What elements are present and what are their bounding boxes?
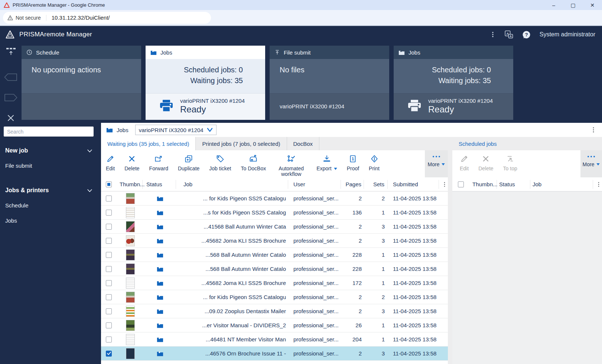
- language-icon[interactable]: AA: [505, 30, 513, 39]
- column-pages[interactable]: Pages: [345, 181, 361, 187]
- more-button[interactable]: More: [425, 150, 448, 177]
- sidebar-item-schedule[interactable]: Schedule: [4, 198, 95, 213]
- url-text[interactable]: 10.31.122.32/DuiClient/: [52, 14, 110, 21]
- table-row[interactable]: ... for Kids Pigeon SS25 Cataloguprofess…: [101, 191, 448, 206]
- job-submitted: 11-04-2025 13:58: [388, 206, 439, 219]
- row-checkbox[interactable]: [106, 294, 112, 300]
- column-thumbnail[interactable]: Thumbn...: [472, 181, 498, 187]
- column-options-kebab-icon[interactable]: [439, 180, 448, 189]
- row-checkbox[interactable]: [106, 196, 112, 201]
- sidebar-item-file-submit[interactable]: File submit: [4, 158, 95, 173]
- help-icon[interactable]: ?: [522, 30, 531, 39]
- row-checkbox[interactable]: [106, 308, 112, 314]
- row-checkbox[interactable]: [106, 210, 112, 216]
- job-sets: 2: [364, 191, 388, 205]
- table-row[interactable]: ...568 Ball Autumn Winter Cataloprofessi…: [101, 248, 448, 262]
- dock-top-icon[interactable]: [0, 47, 22, 57]
- to-top-button-disabled[interactable]: To top: [498, 150, 522, 177]
- panel-kebab-icon[interactable]: [591, 127, 596, 133]
- job-thumbnail: [126, 263, 135, 275]
- row-checkbox[interactable]: [106, 322, 112, 328]
- row-checkbox[interactable]: [106, 238, 112, 244]
- proof-button[interactable]: 1 Proof: [342, 150, 364, 177]
- column-submitted[interactable]: Submitted: [393, 181, 418, 187]
- window-minimize-button[interactable]: –: [544, 0, 563, 10]
- job-name: ...er Visitor Manual - DIVIDERS_2: [176, 318, 288, 332]
- duplicate-button[interactable]: Duplicate: [173, 150, 204, 177]
- table-row[interactable]: ...45682 Joma KLI SS25 Brochureprofessio…: [101, 276, 448, 290]
- not-secure-badge[interactable]: Not secure: [7, 15, 46, 21]
- select-all-checkbox[interactable]: [458, 181, 464, 187]
- card-file-submit[interactable]: File submit No files varioPRINT iX3200 #…: [270, 46, 389, 120]
- row-checkbox[interactable]: [106, 266, 112, 272]
- window-close-button[interactable]: ✕: [583, 0, 602, 10]
- print-button[interactable]: Print: [364, 150, 384, 177]
- card-schedule[interactable]: Schedule No upcoming actions: [22, 46, 141, 120]
- table-row[interactable]: ...46481 NT Member Visitor Manprofession…: [101, 332, 448, 347]
- job-user: professional_ser...: [288, 248, 341, 262]
- row-checkbox[interactable]: [106, 252, 112, 258]
- job-pages: 26: [341, 318, 364, 332]
- forward-folder-icon: [154, 154, 163, 163]
- column-thumbnail[interactable]: Thumbn...: [120, 181, 145, 187]
- column-user[interactable]: User: [293, 181, 305, 187]
- row-checkbox[interactable]: [106, 224, 112, 230]
- scheduled-jobs-count: Scheduled jobs: 0: [184, 65, 243, 75]
- folder-icon: [150, 50, 157, 55]
- column-status[interactable]: Status: [146, 181, 162, 187]
- current-user[interactable]: System administrator: [540, 31, 595, 38]
- table-row[interactable]: ...s for Kids Pigeon SS25 Catalogprofess…: [101, 206, 448, 220]
- window-maximize-button[interactable]: ▢: [563, 0, 583, 10]
- tag-icon: [216, 154, 225, 163]
- delete-button-disabled[interactable]: Delete: [474, 150, 498, 177]
- jobs-toolbar: Edit Delete Forward Duplicate Job ticket: [101, 150, 448, 177]
- job-ticket-button[interactable]: Job ticket: [204, 150, 236, 177]
- panel-title: Jobs: [117, 127, 128, 133]
- row-checkbox[interactable]: [106, 280, 112, 286]
- card-jobs-active[interactable]: Jobs Scheduled jobs: 0 Waiting jobs: 35 …: [146, 46, 265, 120]
- panel-right-tag-icon[interactable]: [0, 93, 22, 103]
- column-options-kebab-icon[interactable]: [593, 180, 602, 189]
- automated-workflow-button[interactable]: Automated workflow: [271, 150, 312, 177]
- omnibox[interactable]: Not secure 10.31.122.32/DuiClient/: [3, 12, 211, 24]
- table-row[interactable]: ...er Visitor Manual - DIVIDERS_2profess…: [101, 318, 448, 332]
- delete-button[interactable]: Delete: [120, 150, 144, 177]
- job-name: ...41568 Ball Autumn Winter Cata: [176, 220, 288, 233]
- sidebar-group-new-job[interactable]: New job: [4, 143, 95, 158]
- more-button[interactable]: More: [580, 150, 602, 177]
- sidebar-group-jobs-printers[interactable]: Jobs & printers: [4, 183, 95, 198]
- column-job[interactable]: Job: [183, 181, 192, 187]
- edit-button[interactable]: Edit: [101, 150, 120, 177]
- sidebar-item-jobs[interactable]: Jobs: [4, 213, 95, 228]
- column-status[interactable]: Status: [499, 181, 515, 187]
- table-row[interactable]: ...09.02 Zooplus Dentastix Mailerprofess…: [101, 304, 448, 318]
- panel-left-tag-icon[interactable]: [0, 72, 22, 82]
- close-dashboard-icon[interactable]: [0, 113, 22, 123]
- job-user: professional_ser...: [288, 262, 341, 276]
- chevron-down-icon: [87, 148, 93, 154]
- select-all-checkbox[interactable]: [106, 181, 112, 187]
- table-row[interactable]: ... for Kids Pigeon SS25 Cataloguprofess…: [101, 290, 448, 304]
- tab-printed-jobs[interactable]: Printed jobs (7 jobs, 0 selected): [196, 137, 287, 150]
- column-sets[interactable]: Sets: [373, 181, 384, 187]
- to-docbox-button[interactable]: To DocBox: [236, 150, 271, 177]
- table-row[interactable]: ...46576 Orn Brochure Issue 11 -professi…: [101, 347, 448, 361]
- delete-x-icon: [481, 154, 490, 163]
- edit-button-disabled[interactable]: Edit: [452, 150, 474, 177]
- tab-docbox[interactable]: DocBox: [287, 137, 320, 150]
- card-jobs-dark[interactable]: Jobs Scheduled jobs: 0 Waiting jobs: 35 …: [394, 46, 513, 120]
- table-row[interactable]: ...41568 Ball Autumn Winter Cataprofessi…: [101, 220, 448, 234]
- printer-selector[interactable]: varioPRINT iX3200 #1204: [135, 125, 217, 135]
- search-input[interactable]: [4, 127, 94, 137]
- header-menu-kebab-icon[interactable]: [490, 31, 496, 38]
- table-row[interactable]: ...45682 Joma KLI SS25 Brochureprofessio…: [101, 234, 448, 248]
- job-user: professional_ser...: [288, 191, 341, 205]
- job-submitted: 11-04-2025 13:58: [388, 290, 439, 304]
- row-checkbox[interactable]: [106, 351, 112, 357]
- forward-button[interactable]: Forward: [144, 150, 173, 177]
- export-button[interactable]: Export: [312, 150, 342, 177]
- table-row[interactable]: ...568 Ball Autumn Winter Cataloprofessi…: [101, 262, 448, 276]
- tab-waiting-jobs[interactable]: Waiting jobs (35 jobs, 1 selected): [101, 137, 196, 150]
- row-checkbox[interactable]: [106, 337, 112, 342]
- column-job[interactable]: Job: [533, 181, 541, 187]
